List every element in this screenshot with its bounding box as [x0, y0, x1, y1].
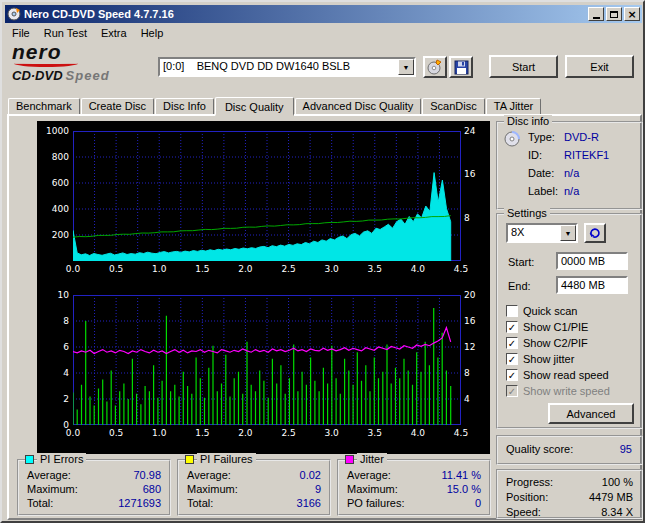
- stat-label: Total:: [27, 497, 53, 509]
- checkbox-label: Quick scan: [523, 305, 577, 317]
- axis-tick-label: 16: [464, 317, 486, 326]
- stat-label: Maximum:: [27, 483, 78, 495]
- stat-label: Average:: [187, 469, 231, 481]
- checkbox-box: ✓: [506, 385, 518, 397]
- jitter-box: Jitter Average:11.41 % Maximum:15.0 % PO…: [337, 459, 491, 516]
- axis-tick-label: 2.0: [233, 265, 257, 274]
- checkbox-show-c2-pif[interactable]: ✓Show C2/PIF: [506, 335, 640, 351]
- pi-errors-title: PI Errors: [37, 453, 86, 466]
- axis-tick-label: 0.0: [61, 429, 85, 438]
- stat-value: 0: [475, 497, 481, 509]
- quality-score-value: 95: [620, 443, 632, 455]
- menu-file[interactable]: File: [5, 24, 37, 42]
- stat-value: 1271693: [118, 497, 161, 509]
- disc-info-title: Disc info: [504, 115, 552, 128]
- burn-disc-button[interactable]: [423, 56, 447, 78]
- checkbox-show-write-speed[interactable]: ✓Show write speed: [506, 383, 640, 399]
- axis-tick-label: 3.0: [320, 429, 344, 438]
- jitter-legend-swatch: [345, 455, 354, 464]
- maximize-button[interactable]: [606, 7, 622, 21]
- disc-info-label: ID:: [528, 149, 542, 161]
- burn-disc-icon: [427, 59, 443, 75]
- disc-info-value: n/a: [564, 167, 579, 179]
- disc-info-label: Type:: [528, 131, 555, 143]
- start-position-input[interactable]: [556, 252, 628, 270]
- checkbox-box: ✓: [506, 353, 518, 365]
- stat-value: 3166: [297, 497, 321, 509]
- tab-advanced-disc-quality[interactable]: Advanced Disc Quality: [295, 98, 422, 114]
- tab-benchmark[interactable]: Benchmark: [8, 98, 80, 114]
- progress-box: Progress:100 % Position:4479 MB Speed:8.…: [496, 469, 643, 519]
- refresh-button[interactable]: [584, 223, 606, 243]
- close-button[interactable]: ×: [624, 7, 640, 21]
- drive-select[interactable]: [0:0] BENQ DVD DD DW1640 BSLB ▼: [158, 57, 416, 77]
- tab-disc-info[interactable]: Disc Info: [155, 98, 214, 114]
- stat-value: 11.41 %: [441, 469, 481, 481]
- axis-tick-label: 24: [464, 127, 486, 136]
- axis-tick-label: 2.5: [277, 265, 301, 274]
- start-button[interactable]: Start: [489, 55, 558, 78]
- drive-select-value: [0:0] BENQ DVD DD DW1640 BSLB: [160, 59, 398, 75]
- save-button[interactable]: [449, 56, 473, 78]
- tab-ta-jitter[interactable]: TA Jitter: [486, 98, 542, 114]
- position-value: 4479 MB: [589, 491, 633, 503]
- chevron-down-icon: ▼: [403, 64, 410, 71]
- axis-tick-label: 4.0: [406, 265, 430, 274]
- app-icon: [7, 7, 21, 21]
- axis-tick-label: 3.0: [320, 265, 344, 274]
- end-position-input[interactable]: [556, 276, 628, 294]
- menu-run-test[interactable]: Run Test: [37, 24, 94, 42]
- axis-tick-label: 1.0: [147, 265, 171, 274]
- axis-tick-label: 16: [464, 170, 486, 179]
- scan-speed-arrow[interactable]: ▼: [560, 225, 576, 241]
- quality-score-label: Quality score:: [506, 443, 573, 455]
- axis-tick-label: 8: [464, 369, 486, 378]
- settings-checkbox-list: Quick scan✓Show C1/PIE✓Show C2/PIF✓Show …: [506, 303, 640, 399]
- scan-speed-select[interactable]: 8X ▼: [506, 223, 578, 243]
- progress-label: Progress:: [506, 476, 553, 488]
- speed-label: Speed:: [506, 506, 541, 518]
- pie-chart: [73, 131, 461, 261]
- axis-tick-label: 4.5: [449, 265, 473, 274]
- advanced-button[interactable]: Advanced: [548, 403, 634, 424]
- save-icon: [454, 60, 469, 75]
- axis-tick-label: 8: [464, 214, 486, 223]
- menu-help[interactable]: Help: [134, 24, 171, 42]
- axis-tick-label: 800: [41, 153, 69, 162]
- axis-tick-label: 6: [41, 343, 69, 352]
- axis-tick-label: 20: [464, 291, 486, 300]
- menu-extra[interactable]: Extra: [94, 24, 134, 42]
- axis-tick-label: 2.0: [233, 429, 257, 438]
- disc-info-value: n/a: [564, 185, 579, 197]
- checkbox-show-read-speed[interactable]: ✓Show read speed: [506, 367, 640, 383]
- tab-disc-quality[interactable]: Disc Quality: [215, 97, 294, 116]
- checkbox-box: ✓: [506, 369, 518, 381]
- checkbox-show-jitter[interactable]: ✓Show jitter: [506, 351, 640, 367]
- stat-value: 15.0 %: [447, 483, 481, 495]
- pif-chart: [73, 295, 461, 425]
- menu-bar: File Run Test Extra Help: [5, 23, 642, 42]
- nero-logo: nero CD·DVDSpeed: [12, 42, 154, 92]
- logo-subtitle: CD·DVDSpeed: [12, 68, 154, 83]
- logo-product: CD·DVD: [12, 68, 63, 83]
- axis-tick-label: 4.5: [449, 429, 473, 438]
- axis-tick-label: 4: [41, 369, 69, 378]
- checkbox-label: Show read speed: [523, 369, 609, 381]
- exit-button[interactable]: Exit: [565, 55, 634, 78]
- tab-bar: Benchmark Create Disc Disc Info Disc Qua…: [8, 95, 542, 114]
- speed-value: 8.34 X: [601, 506, 633, 518]
- drive-select-arrow[interactable]: ▼: [398, 59, 414, 75]
- axis-tick-label: 600: [41, 179, 69, 188]
- scan-speed-value: 8X: [508, 225, 560, 241]
- settings-box: Settings 8X ▼ Start: End: Quick scan✓Sho…: [496, 213, 643, 429]
- tab-scandisc[interactable]: ScanDisc: [422, 98, 484, 114]
- stat-value: 70.98: [133, 469, 161, 481]
- checkbox-show-c1-pie[interactable]: ✓Show C1/PIE: [506, 319, 640, 335]
- window-controls: ×: [586, 7, 640, 21]
- checkbox-quick-scan[interactable]: Quick scan: [506, 303, 640, 319]
- disc-info-value: DVD-R: [564, 131, 599, 143]
- close-icon: ×: [627, 9, 636, 20]
- checkbox-box: [506, 305, 518, 317]
- tab-create-disc[interactable]: Create Disc: [81, 98, 154, 114]
- minimize-button[interactable]: [588, 7, 604, 21]
